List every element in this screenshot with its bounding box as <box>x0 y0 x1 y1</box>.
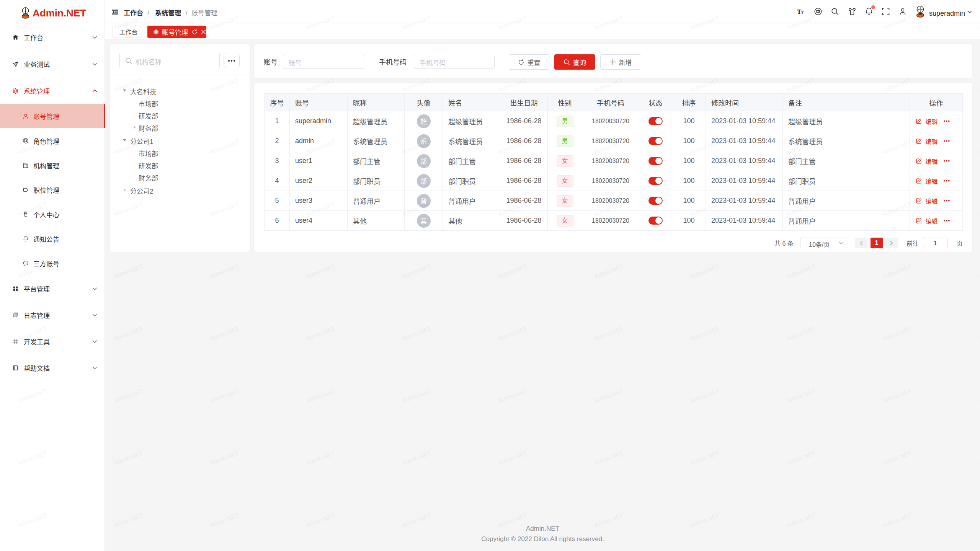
svg-text:T: T <box>801 10 804 15</box>
